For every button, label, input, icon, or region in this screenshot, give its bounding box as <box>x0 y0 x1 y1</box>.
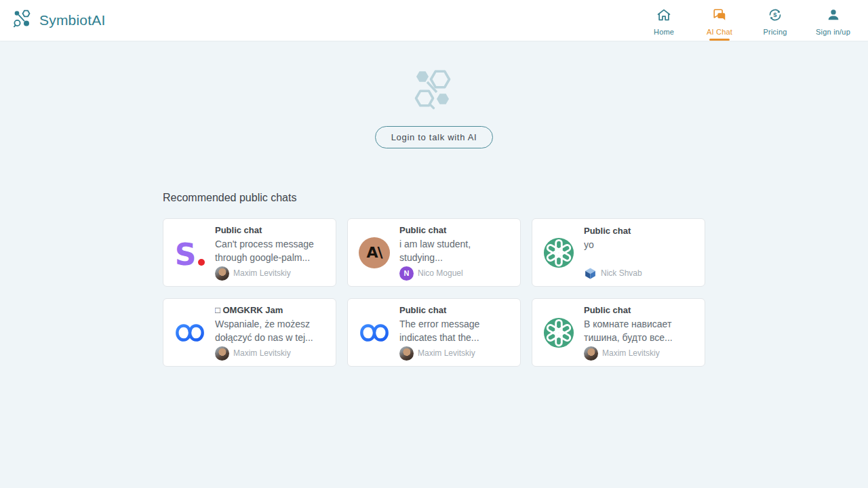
svg-text:$: $ <box>773 11 777 18</box>
hero-molecule-logo-icon <box>0 68 868 111</box>
author-name: Maxim Levitskiy <box>418 348 475 358</box>
author-name: Nick Shvab <box>601 268 642 278</box>
login-to-talk-button[interactable]: Login to talk with AI <box>375 126 494 148</box>
active-tab-underline <box>709 39 730 41</box>
openai-logo-icon <box>543 317 574 348</box>
pricing-dollar-cycle-icon: $ <box>768 7 783 25</box>
meta-logo-icon <box>174 317 205 348</box>
letter-avatar: N <box>399 266 414 281</box>
chat-cards-grid: S Public chat Can't process message thro… <box>163 218 705 367</box>
author-name: Maxim Levitskiy <box>233 348 291 358</box>
chat-title: Public chat <box>399 305 512 315</box>
anthropic-logo-icon: A\ <box>359 237 390 268</box>
chat-author: Nick Shvab <box>584 267 696 280</box>
author-name: Maxim Levitskiy <box>233 268 291 278</box>
nav-sign-in[interactable]: Sign in/up <box>816 0 850 41</box>
public-chat-card[interactable]: S Public chat Can't process message thro… <box>163 218 336 287</box>
chat-description: В комнате нависает тишина, будто все... <box>584 317 696 344</box>
nav-ai-chat[interactable]: AI Chat <box>705 0 734 41</box>
public-chat-card[interactable]: Public chat В комнате нависает тишина, б… <box>532 298 705 367</box>
author-name: Maxim Levitskiy <box>602 348 660 358</box>
chat-title: Public chat <box>584 226 696 236</box>
nav-sign-in-label: Sign in/up <box>816 28 850 36</box>
nav-home-label: Home <box>654 28 674 36</box>
s-dot-logo-icon: S <box>174 237 205 268</box>
chat-bubbles-icon <box>712 7 727 25</box>
nav-pricing-label: Pricing <box>764 28 787 36</box>
nav-pricing[interactable]: $ Pricing <box>760 0 790 41</box>
public-chat-card[interactable]: □ OMGKRK Jam Wspaniale, że możesz dołącz… <box>163 298 336 367</box>
nav-ai-chat-label: AI Chat <box>707 28 732 36</box>
cube-avatar-icon <box>584 267 597 280</box>
nav-home[interactable]: Home <box>649 0 679 41</box>
chat-description: i am law student, studying... <box>399 237 512 264</box>
chat-description: yo <box>584 238 696 265</box>
brand-name: SymbiotAI <box>39 12 106 28</box>
chat-author: Maxim Levitskiy <box>215 346 328 361</box>
chat-author: N Nico Moguel <box>399 266 512 281</box>
header: SymbiotAI Home AI Chat <box>0 0 868 41</box>
user-icon <box>826 7 841 25</box>
chat-description: Wspaniale, że możesz dołączyć do nas w t… <box>215 317 328 344</box>
symbiotai-molecule-icon <box>12 9 33 32</box>
public-chat-card[interactable]: Public chat The error message indicates … <box>347 298 521 367</box>
chat-title: □ OMGKRK Jam <box>215 305 328 315</box>
chat-author: Maxim Levitskiy <box>584 346 696 361</box>
author-name: Nico Moguel <box>418 268 463 278</box>
chat-author: Maxim Levitskiy <box>215 266 328 281</box>
user-photo-avatar <box>399 346 414 361</box>
user-photo-avatar <box>584 346 598 361</box>
home-icon <box>656 7 671 25</box>
main-nav: Home AI Chat $ Pric <box>623 0 850 41</box>
user-photo-avatar <box>215 266 229 281</box>
user-photo-avatar <box>215 346 229 361</box>
chat-description: Can't process message through google-pal… <box>215 237 328 264</box>
chat-title: Public chat <box>215 225 328 235</box>
public-chat-card[interactable]: Public chat yo Nick Shvab <box>532 218 705 287</box>
chat-description: The error message indicates that the... <box>399 317 512 344</box>
brand[interactable]: SymbiotAI <box>12 9 106 32</box>
section-title: Recommended public chats <box>163 192 705 204</box>
chat-author: Maxim Levitskiy <box>399 346 512 361</box>
openai-logo-icon <box>543 237 574 268</box>
public-chat-card[interactable]: A\ Public chat i am law student, studyin… <box>347 218 521 287</box>
meta-logo-icon <box>359 317 390 348</box>
recommended-section: Recommended public chats S Public chat C… <box>163 192 705 367</box>
chat-title: Public chat <box>584 305 696 315</box>
chat-title: Public chat <box>399 225 512 235</box>
